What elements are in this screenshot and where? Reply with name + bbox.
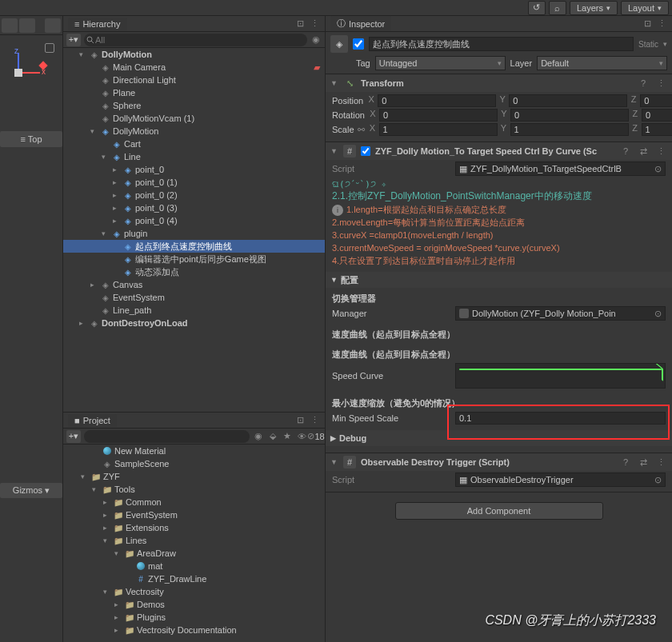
pos-y[interactable] xyxy=(509,94,627,107)
project-search-input[interactable] xyxy=(84,430,250,443)
hierarchy-item[interactable]: 起点到终点速度控制曲线 xyxy=(63,240,325,253)
history-icon[interactable]: ↺ xyxy=(528,1,546,15)
pos-z[interactable] xyxy=(640,94,672,107)
hierarchy-item[interactable]: ▸Canvas xyxy=(63,278,325,291)
hierarchy-search-input[interactable] xyxy=(84,34,307,46)
orientation-gizmo[interactable]: z x xyxy=(0,35,62,99)
layers-dropdown[interactable]: Layers▾ xyxy=(570,1,618,15)
favorite-icon[interactable]: ★ xyxy=(282,431,293,442)
hierarchy-item[interactable]: Sphere xyxy=(63,99,325,112)
fold-icon[interactable]: ▼ xyxy=(330,79,338,87)
project-item[interactable]: ▸Demos xyxy=(63,598,325,611)
hierarchy-item[interactable]: EventSystem xyxy=(63,291,325,304)
hierarchy-item[interactable]: Directional Light xyxy=(63,74,325,86)
rot-x[interactable] xyxy=(379,109,498,122)
hierarchy-tab[interactable]: ≡ Hierarchy xyxy=(68,18,127,30)
min-speed-field[interactable] xyxy=(455,412,666,425)
hierarchy-item[interactable]: ▾Line xyxy=(63,150,325,163)
rot-z[interactable] xyxy=(642,109,672,122)
pos-x[interactable] xyxy=(378,94,496,107)
project-item[interactable]: ▾Vectrosity xyxy=(63,585,325,598)
search-icon[interactable]: ⌕ xyxy=(549,1,566,15)
help-icon[interactable]: ? xyxy=(619,146,632,156)
hierarchy-item[interactable]: Plane xyxy=(63,86,325,99)
create-button[interactable]: +▾ xyxy=(66,430,81,443)
add-component-button[interactable]: Add Component xyxy=(395,502,603,520)
static-dropdown[interactable]: ▾ xyxy=(663,40,667,48)
hierarchy-item[interactable]: ▸point_0 (4) xyxy=(63,214,325,227)
filter-icon[interactable]: ◉ xyxy=(253,431,264,442)
help-icon[interactable]: ? xyxy=(619,457,632,467)
hidden-icon[interactable]: 👁 xyxy=(296,431,307,442)
hierarchy-item[interactable]: Cart xyxy=(63,138,325,150)
project-item[interactable]: ▾AreaDraw xyxy=(63,547,325,560)
gameobject-icon[interactable]: ◈ xyxy=(330,35,348,53)
project-tab[interactable]: ■ Project xyxy=(68,414,117,427)
popout-icon[interactable]: ⊡ xyxy=(294,18,306,30)
hierarchy-item[interactable]: ▸point_0 (2) xyxy=(63,189,325,201)
hierarchy-item[interactable]: 编辑器选中point后同步Game视图 xyxy=(63,253,325,265)
script-field[interactable]: ▦ObservableDestroyTrigger⊙ xyxy=(455,473,666,487)
link-icon[interactable]: ⚯ xyxy=(358,124,365,135)
preset-icon[interactable]: ⇄ xyxy=(637,457,650,468)
project-item[interactable]: ▸EventSystem xyxy=(63,508,325,521)
config-header[interactable]: ▼配置 xyxy=(326,272,672,288)
lock-icon[interactable] xyxy=(45,43,54,53)
project-item[interactable]: ◈SampleScene xyxy=(63,457,325,470)
filter-icon[interactable]: ◉ xyxy=(310,34,322,46)
tool-button[interactable] xyxy=(2,18,18,33)
hierarchy-item[interactable]: Line_path xyxy=(63,304,325,317)
menu-icon[interactable]: ⋮ xyxy=(654,146,667,157)
component-enable-checkbox[interactable] xyxy=(361,146,370,156)
hierarchy-item[interactable]: ▸point_0 (1) xyxy=(63,176,325,189)
rot-y[interactable] xyxy=(510,109,629,122)
create-button[interactable]: +▾ xyxy=(66,34,81,46)
project-item[interactable]: ▸Common xyxy=(63,496,325,508)
tag-dropdown[interactable]: Untagged xyxy=(375,56,506,70)
debug-header[interactable]: ▶Debug xyxy=(326,430,672,446)
project-item[interactable]: ▾Lines xyxy=(63,534,325,547)
inspector-tab[interactable]: ⓘ Inspector xyxy=(330,16,391,31)
filter-icon[interactable]: ⬙ xyxy=(267,431,278,442)
popout-icon[interactable]: ⊡ xyxy=(294,415,306,426)
project-item[interactable]: ▾Tools xyxy=(63,483,325,496)
project-item[interactable]: ▸Vectrosity Documentation xyxy=(63,624,325,636)
scale-z[interactable] xyxy=(642,123,672,136)
hierarchy-item[interactable]: ▸DontDestroyOnLoad xyxy=(63,317,325,329)
layout-dropdown[interactable]: Layout▾ xyxy=(621,1,669,15)
hierarchy-item[interactable]: DollyMotionVcam (1) xyxy=(63,112,325,125)
layer-dropdown[interactable]: Default xyxy=(537,56,667,70)
scale-x[interactable] xyxy=(379,123,498,136)
project-item[interactable]: ▾ZYF xyxy=(63,470,325,483)
preset-icon[interactable]: ⇄ xyxy=(637,146,650,157)
menu-icon[interactable]: ⋮ xyxy=(309,18,320,30)
hierarchy-item[interactable]: ▾DollyMotion xyxy=(63,48,325,61)
object-name-field[interactable] xyxy=(369,37,634,51)
gizmos-dropdown[interactable]: Gizmos ▾ xyxy=(0,483,62,498)
scale-y[interactable] xyxy=(510,123,629,136)
hierarchy-item[interactable]: ▾DollyMotion xyxy=(63,125,325,138)
project-item[interactable]: mat xyxy=(63,560,325,572)
hierarchy-item[interactable]: Main Camera▰ xyxy=(63,61,325,74)
hierarchy-item[interactable]: ▾plugin xyxy=(63,227,325,240)
tool-button[interactable] xyxy=(19,18,35,33)
menu-icon[interactable]: ⋮ xyxy=(654,457,667,468)
project-item[interactable]: #ZYF_DrawLine xyxy=(63,572,325,585)
perspective-toggle[interactable]: ≡ Top xyxy=(0,131,62,147)
help-icon[interactable]: ? xyxy=(637,78,650,88)
speed-curve-field[interactable] xyxy=(455,363,666,389)
manager-field[interactable]: DollyMotion (ZYF_Dolly Motion_Poin⊙ xyxy=(455,306,666,321)
hierarchy-item[interactable]: 动态添加点 xyxy=(63,265,325,278)
project-item[interactable]: New Material xyxy=(63,445,325,457)
hierarchy-item[interactable]: ▸point_0 (3) xyxy=(63,201,325,214)
script-field[interactable]: ▦ZYF_DollyMotion_ToTargetSpeedCtrlB⊙ xyxy=(455,161,666,176)
project-item[interactable]: ▸Extensions xyxy=(63,521,325,534)
lock-icon[interactable]: ⊡ xyxy=(642,18,653,30)
menu-icon[interactable]: ⋮ xyxy=(656,18,667,30)
active-checkbox[interactable] xyxy=(353,38,364,50)
menu-icon[interactable]: ⋮ xyxy=(654,78,667,89)
project-item[interactable]: ▸Plugins xyxy=(63,611,325,624)
fold-icon[interactable]: ▼ xyxy=(330,147,338,155)
hierarchy-item[interactable]: ▸point_0 xyxy=(63,163,325,176)
menu-icon[interactable]: ⋮ xyxy=(309,415,320,426)
